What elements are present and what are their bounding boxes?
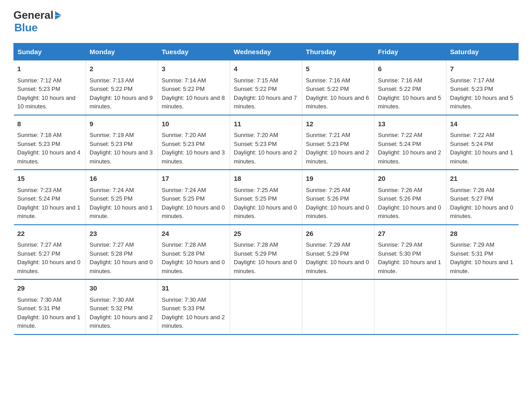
day-number: 7 (450, 64, 515, 74)
sunrise: Sunrise: 7:20 AM (162, 131, 226, 140)
day-info: Sunrise: 7:18 AM Sunset: 5:23 PM Dayligh… (17, 131, 82, 166)
day-info: Sunrise: 7:12 AM Sunset: 5:23 PM Dayligh… (17, 76, 82, 111)
daylight: Daylight: 10 hours and 2 minutes. (162, 313, 226, 330)
day-number: 13 (378, 119, 442, 129)
sunrise: Sunrise: 7:24 AM (90, 186, 154, 195)
sunrise: Sunrise: 7:30 AM (162, 295, 226, 304)
daylight: Daylight: 10 hours and 9 minutes. (90, 94, 154, 111)
day-number: 12 (306, 119, 370, 129)
sunrise: Sunrise: 7:30 AM (17, 295, 82, 304)
sunset: Sunset: 5:23 PM (234, 140, 298, 149)
daylight: Daylight: 10 hours and 0 minutes. (378, 203, 442, 221)
calendar-cell: 9 Sunrise: 7:19 AM Sunset: 5:23 PM Dayli… (86, 115, 158, 170)
sunrise: Sunrise: 7:29 AM (378, 240, 442, 249)
calendar-cell: 3 Sunrise: 7:14 AM Sunset: 5:22 PM Dayli… (158, 60, 230, 115)
day-number: 27 (378, 229, 442, 239)
calendar-cell: 30 Sunrise: 7:30 AM Sunset: 5:32 PM Dayl… (86, 279, 158, 334)
day-info: Sunrise: 7:19 AM Sunset: 5:23 PM Dayligh… (90, 131, 154, 166)
sunset: Sunset: 5:23 PM (306, 140, 370, 149)
sunrise: Sunrise: 7:17 AM (450, 76, 515, 85)
sunset: Sunset: 5:29 PM (234, 249, 298, 258)
day-number: 6 (378, 64, 442, 74)
calendar-cell: 31 Sunrise: 7:30 AM Sunset: 5:33 PM Dayl… (158, 279, 230, 334)
sunrise: Sunrise: 7:25 AM (306, 186, 370, 195)
logo-general-text: General (13, 9, 53, 21)
day-info: Sunrise: 7:21 AM Sunset: 5:23 PM Dayligh… (306, 131, 370, 166)
day-number: 10 (162, 119, 226, 129)
day-info: Sunrise: 7:22 AM Sunset: 5:24 PM Dayligh… (378, 131, 442, 166)
daylight: Daylight: 10 hours and 0 minutes. (306, 258, 370, 275)
sunrise: Sunrise: 7:28 AM (234, 240, 298, 249)
calendar-table: SundayMondayTuesdayWednesdayThursdayFrid… (13, 43, 519, 335)
sunset: Sunset: 5:22 PM (234, 85, 298, 94)
calendar-cell: 5 Sunrise: 7:16 AM Sunset: 5:22 PM Dayli… (302, 60, 374, 115)
day-info: Sunrise: 7:24 AM Sunset: 5:25 PM Dayligh… (90, 186, 154, 221)
calendar-cell: 14 Sunrise: 7:22 AM Sunset: 5:24 PM Dayl… (446, 115, 519, 170)
daylight: Daylight: 10 hours and 0 minutes. (306, 203, 370, 221)
day-info: Sunrise: 7:25 AM Sunset: 5:26 PM Dayligh… (306, 186, 370, 221)
day-info: Sunrise: 7:22 AM Sunset: 5:24 PM Dayligh… (450, 131, 515, 166)
day-info: Sunrise: 7:30 AM Sunset: 5:31 PM Dayligh… (17, 295, 82, 330)
day-info: Sunrise: 7:15 AM Sunset: 5:22 PM Dayligh… (234, 76, 298, 111)
sunrise: Sunrise: 7:26 AM (378, 186, 442, 195)
sunset: Sunset: 5:24 PM (378, 140, 442, 149)
calendar-cell: 21 Sunrise: 7:26 AM Sunset: 5:27 PM Dayl… (446, 170, 519, 225)
sunrise: Sunrise: 7:28 AM (162, 240, 226, 249)
day-info: Sunrise: 7:20 AM Sunset: 5:23 PM Dayligh… (162, 131, 226, 166)
sunrise: Sunrise: 7:16 AM (306, 76, 370, 85)
calendar-header-row: SundayMondayTuesdayWednesdayThursdayFrid… (14, 43, 519, 60)
daylight: Daylight: 10 hours and 0 minutes. (17, 258, 82, 275)
calendar-cell (374, 279, 446, 334)
day-number: 22 (17, 229, 82, 239)
daylight: Daylight: 10 hours and 2 minutes. (306, 148, 370, 166)
day-info: Sunrise: 7:23 AM Sunset: 5:24 PM Dayligh… (17, 186, 82, 221)
sunset: Sunset: 5:26 PM (378, 194, 442, 203)
sunset: Sunset: 5:27 PM (450, 194, 515, 203)
day-number: 20 (378, 174, 442, 184)
sunset: Sunset: 5:32 PM (90, 304, 154, 313)
day-number: 5 (306, 64, 370, 74)
day-number: 15 (17, 174, 82, 184)
daylight: Daylight: 10 hours and 5 minutes. (450, 94, 515, 111)
sunrise: Sunrise: 7:25 AM (234, 186, 298, 195)
sunrise: Sunrise: 7:14 AM (162, 76, 226, 85)
sunset: Sunset: 5:25 PM (90, 194, 154, 203)
day-number: 23 (90, 229, 154, 239)
day-info: Sunrise: 7:29 AM Sunset: 5:29 PM Dayligh… (306, 240, 370, 275)
day-number: 31 (162, 283, 226, 294)
calendar-header-monday: Monday (86, 43, 158, 60)
day-number: 8 (17, 119, 82, 129)
sunrise: Sunrise: 7:18 AM (17, 131, 82, 140)
calendar-cell: 28 Sunrise: 7:29 AM Sunset: 5:31 PM Dayl… (446, 225, 519, 280)
calendar-cell: 27 Sunrise: 7:29 AM Sunset: 5:30 PM Dayl… (374, 225, 446, 280)
daylight: Daylight: 10 hours and 0 minutes. (234, 258, 298, 275)
calendar-cell: 25 Sunrise: 7:28 AM Sunset: 5:29 PM Dayl… (230, 225, 302, 280)
calendar-header-wednesday: Wednesday (230, 43, 302, 60)
sunset: Sunset: 5:23 PM (17, 140, 82, 149)
daylight: Daylight: 10 hours and 1 minute. (17, 203, 82, 221)
calendar-cell: 7 Sunrise: 7:17 AM Sunset: 5:23 PM Dayli… (446, 60, 519, 115)
calendar-header-thursday: Thursday (302, 43, 374, 60)
calendar-cell: 17 Sunrise: 7:24 AM Sunset: 5:25 PM Dayl… (158, 170, 230, 225)
day-number: 4 (234, 64, 298, 74)
sunrise: Sunrise: 7:26 AM (450, 186, 515, 195)
day-number: 16 (90, 174, 154, 184)
sunset: Sunset: 5:23 PM (162, 140, 226, 149)
calendar-cell: 2 Sunrise: 7:13 AM Sunset: 5:22 PM Dayli… (86, 60, 158, 115)
calendar-cell: 4 Sunrise: 7:15 AM Sunset: 5:22 PM Dayli… (230, 60, 302, 115)
daylight: Daylight: 10 hours and 1 minute. (90, 203, 154, 221)
day-number: 9 (90, 119, 154, 129)
calendar-cell: 12 Sunrise: 7:21 AM Sunset: 5:23 PM Dayl… (302, 115, 374, 170)
day-info: Sunrise: 7:28 AM Sunset: 5:29 PM Dayligh… (234, 240, 298, 275)
sunset: Sunset: 5:23 PM (17, 85, 82, 94)
sunset: Sunset: 5:29 PM (306, 249, 370, 258)
logo: General Blue (13, 9, 61, 34)
day-number: 28 (450, 229, 515, 239)
calendar-cell: 19 Sunrise: 7:25 AM Sunset: 5:26 PM Dayl… (302, 170, 374, 225)
daylight: Daylight: 10 hours and 2 minutes. (90, 313, 154, 330)
sunset: Sunset: 5:26 PM (306, 194, 370, 203)
calendar-week-1: 1 Sunrise: 7:12 AM Sunset: 5:23 PM Dayli… (14, 60, 519, 115)
page-header: General Blue (13, 9, 519, 34)
daylight: Daylight: 10 hours and 0 minutes. (450, 203, 515, 221)
day-info: Sunrise: 7:24 AM Sunset: 5:25 PM Dayligh… (162, 186, 226, 221)
